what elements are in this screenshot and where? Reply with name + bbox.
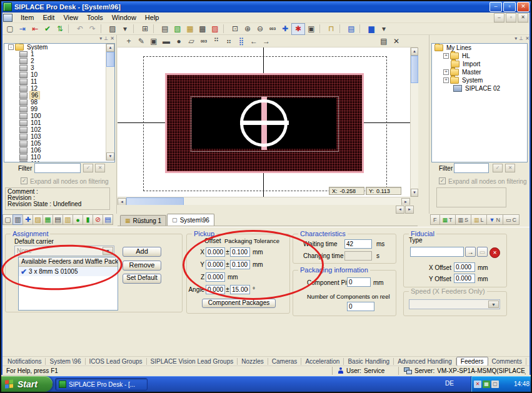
prev-icon[interactable]: ← <box>248 36 260 47</box>
add-icon[interactable]: + <box>123 36 135 47</box>
pickup-tolerance-input[interactable] <box>230 247 250 257</box>
sweep-dropdown-icon[interactable]: ▾ <box>119 24 131 34</box>
zoom-select-icon[interactable]: ⊡ <box>229 24 241 34</box>
eraser-icon[interactable]: ▬ <box>160 36 173 47</box>
expand-toggle-icon[interactable]: + <box>443 69 449 75</box>
expand-nodes-checkbox[interactable]: ✓ <box>439 177 446 184</box>
right-dock-tab[interactable]: ▥ S <box>455 214 472 225</box>
tree-item[interactable]: 3 <box>4 64 114 71</box>
camera-component-icon[interactable]: ▩ <box>196 24 209 34</box>
chevron-down-icon[interactable]: ▼ <box>103 247 113 255</box>
station-view-icon[interactable]: ▢ <box>3 214 13 225</box>
sync-icon[interactable]: ⇅ <box>54 24 66 34</box>
collapse-icon[interactable]: ▾ <box>99 36 102 41</box>
settings-tab[interactable]: Feeders <box>456 357 488 366</box>
settings-tab[interactable]: Basic Handling <box>344 358 394 365</box>
reel-count-input[interactable] <box>347 302 374 311</box>
chevron-down-icon[interactable]: ▼ <box>488 301 499 308</box>
tree-item[interactable]: 98 <box>4 99 114 106</box>
tree-item[interactable]: 100 <box>4 112 114 119</box>
gantry-view-icon[interactable]: ▥ <box>13 214 23 225</box>
settings-tab[interactable]: Cameras <box>268 358 302 365</box>
language-indicator[interactable]: DE <box>445 380 454 387</box>
save-icon[interactable]: ▦ <box>43 214 53 225</box>
fiducial-y-input[interactable] <box>454 274 475 283</box>
next-page-icon[interactable]: ► <box>405 206 414 214</box>
fiducial-assign-button[interactable]: → <box>465 247 476 257</box>
pickup-tolerance-input[interactable] <box>230 260 250 269</box>
tree-item[interactable]: 102 <box>4 126 114 133</box>
toolbar-separator[interactable] <box>339 24 343 33</box>
zoom-in-icon[interactable]: ⊕ <box>241 24 254 34</box>
menu-item[interactable]: Tools <box>83 13 108 22</box>
restore-button[interactable]: ▫ <box>503 2 516 12</box>
tree-item[interactable]: 12 <box>4 85 114 92</box>
tree-item[interactable]: + HL <box>432 52 527 60</box>
scroll-thumb[interactable] <box>411 56 418 83</box>
filter-clear-button[interactable]: ✕ <box>505 164 515 172</box>
menu-item[interactable]: Edit <box>38 13 59 22</box>
settings-tab[interactable]: Comments <box>488 358 526 365</box>
move-view-icon[interactable]: ✚ <box>23 214 33 225</box>
set-default-button[interactable]: Set Default <box>123 274 161 284</box>
move-icon[interactable]: ✚ <box>279 24 291 34</box>
tree-item[interactable]: 96 <box>4 92 114 99</box>
settings-tab[interactable]: ICOS Lead Groups <box>86 358 147 365</box>
new-icon[interactable]: ▢ <box>4 24 16 34</box>
expand-toggle-icon[interactable]: + <box>443 77 449 83</box>
menu-item[interactable]: View <box>59 13 83 22</box>
right-dock-tab[interactable]: ▭ C <box>503 214 519 225</box>
tree-item[interactable]: Import <box>432 60 527 68</box>
grid-light-icon[interactable]: ⠛ <box>210 36 223 47</box>
print-icon[interactable]: ▤ <box>53 214 63 225</box>
right-dock-tab[interactable]: ▦ T <box>439 214 456 225</box>
filter-clear-button[interactable]: ✕ <box>95 164 105 172</box>
default-carrier-select[interactable]: None ▼ <box>14 246 114 256</box>
split-window-icon[interactable]: ⊞ <box>139 24 151 34</box>
filter-apply-button[interactable]: ✓ <box>493 164 503 172</box>
right-dock-tab[interactable]: F <box>430 214 440 225</box>
notebook-icon[interactable]: ▤ <box>345 24 358 34</box>
tree-item[interactable]: 1 <box>4 51 114 57</box>
camera-edit-icon[interactable]: ▦ <box>184 24 196 34</box>
pin-icon[interactable]: ⊥ <box>104 36 108 41</box>
prev-page-icon[interactable]: ◄ <box>396 206 404 214</box>
tree-item[interactable]: - System <box>4 44 114 51</box>
expand-toggle-icon[interactable]: + <box>443 53 449 59</box>
scroll-down-icon[interactable]: ▼ <box>106 152 114 161</box>
lock-icon[interactable]: ⊓ <box>325 24 338 34</box>
dos-icon[interactable]: 003 <box>266 24 279 34</box>
chart-dropdown-icon[interactable]: ▾ <box>378 24 390 34</box>
jump-prev-icon[interactable]: ⇤ <box>29 24 41 34</box>
mdi-minimize-button[interactable]: – <box>494 13 504 22</box>
mdi-close-button[interactable]: ✕ <box>518 13 528 22</box>
tree-scrollbar[interactable]: ▲ ▼ <box>106 44 114 161</box>
camera-setup-icon[interactable]: ▤ <box>159 24 171 34</box>
reject-icon[interactable]: ✱ <box>291 23 305 35</box>
print-icon[interactable]: ▤ <box>378 36 390 47</box>
remove-button[interactable]: Remove <box>123 261 161 271</box>
sweep-icon[interactable]: ▨ <box>106 24 119 34</box>
mdi-restore-button[interactable]: ▫ <box>506 13 516 22</box>
fiducial-type-input[interactable] <box>410 247 464 257</box>
expand-nodes-checkbox[interactable]: ✓ <box>21 177 28 184</box>
tree-item[interactable]: 101 <box>4 119 114 126</box>
fiducial-delete-icon[interactable]: ✕ <box>489 247 500 258</box>
board-canvas[interactable]: X: -0.258 Y: 0.113 <box>118 47 410 197</box>
canvas-vscrollbar[interactable]: ▲ ▼ <box>410 47 418 197</box>
select-area-icon[interactable]: ▣ <box>148 36 160 47</box>
tree-item[interactable]: SIPLACE 02 <box>432 84 527 92</box>
settings-tab[interactable]: Notifications <box>4 358 46 365</box>
scroll-up-icon[interactable]: ▲ <box>106 44 114 52</box>
tree-item[interactable]: 106 <box>4 147 114 154</box>
toolbar-separator[interactable] <box>319 24 323 33</box>
close-button[interactable]: ✕ <box>517 2 529 12</box>
tree-item[interactable]: 110 <box>4 154 114 161</box>
jump-next-icon[interactable]: ⇥ <box>16 24 29 34</box>
tree-item[interactable]: 11 <box>4 78 114 85</box>
export-icon[interactable]: ▨ <box>33 214 43 225</box>
component-packages-button[interactable]: Component Packages <box>202 299 276 308</box>
add-button[interactable]: Add <box>123 247 161 257</box>
siplace-agent-icon[interactable]: ▦ <box>483 381 490 388</box>
menu-item[interactable]: Help <box>141 13 164 22</box>
